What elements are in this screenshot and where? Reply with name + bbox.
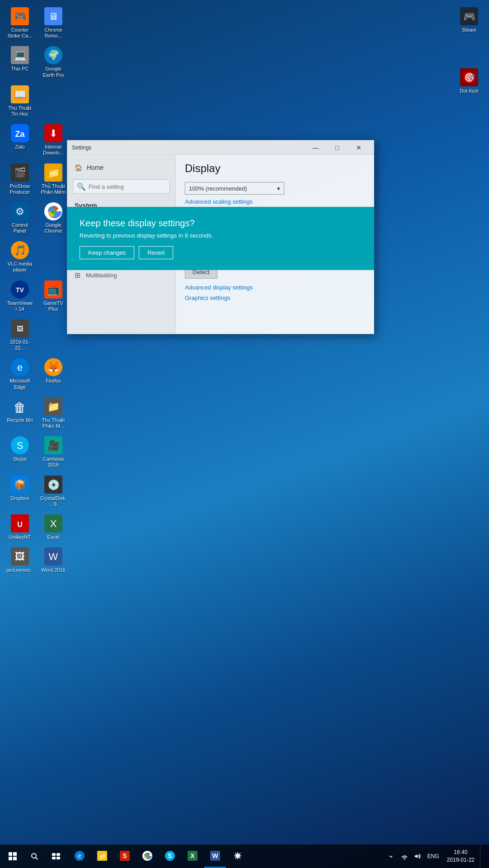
- icon-excel[interactable]: X Excel: [38, 512, 69, 543]
- taskbar-app-excel[interactable]: X: [182, 845, 203, 868]
- icon-control-panel-label: Control Panel: [6, 222, 33, 234]
- icon-gametv[interactable]: 📺 GameTV Plus: [38, 278, 69, 315]
- svg-text:🎵: 🎵: [14, 244, 27, 257]
- multitasking-icon: ⊞: [75, 271, 80, 280]
- icon-recycle-bin-label: Recycle Bin: [7, 417, 33, 423]
- desktop-icons-left: 🎮 Counter Strike Ca... 🖥 Chrome Remo... …: [0, 0, 72, 586]
- scale-dropdown[interactable]: 100% (recommended) ▾: [185, 182, 284, 195]
- svg-text:📁: 📁: [47, 167, 60, 179]
- search-button[interactable]: [24, 845, 45, 868]
- advanced-scaling-link[interactable]: Advanced scaling settings: [185, 198, 365, 205]
- svg-text:U: U: [17, 521, 23, 528]
- icon-thu-thuat-tin-hoc-2[interactable]: 📖 Thu Thuật Tin Hoc: [5, 83, 35, 120]
- svg-line-62: [36, 858, 38, 859]
- taskbar-app-chrome[interactable]: [136, 845, 158, 868]
- svg-rect-59: [9, 857, 12, 860]
- svg-rect-63: [52, 853, 56, 856]
- svg-rect-84: [415, 855, 416, 857]
- icon-excel-label: Excel: [47, 534, 60, 540]
- taskbar-app-edge[interactable]: e: [69, 845, 90, 868]
- taskbar-app-explorer[interactable]: 📁: [91, 845, 113, 868]
- icon-firefox[interactable]: 🦊 Firefox: [38, 355, 69, 392]
- icon-thu-thuat-phan-m[interactable]: 📁 Thu Thuật Phần M...: [38, 395, 69, 432]
- icon-recycle-bin[interactable]: 🗑 Recycle Bin: [5, 395, 35, 432]
- search-icon: 🔍: [77, 182, 86, 191]
- icon-unikey[interactable]: U UnikeyNT: [5, 512, 35, 543]
- svg-text:⬇: ⬇: [49, 128, 57, 139]
- clock-date: 2019-01-22: [447, 856, 475, 864]
- icon-dropbox[interactable]: 📦 Dropbox: [5, 473, 35, 510]
- search-box[interactable]: 🔍: [73, 179, 170, 194]
- icon-gametv-label: GameTV Plus: [40, 300, 67, 312]
- taskbar-app-settings[interactable]: [227, 845, 249, 868]
- show-desktop-button[interactable]: [480, 845, 484, 868]
- icon-chrome-remote[interactable]: 🖥 Chrome Remo...: [38, 5, 69, 42]
- icon-microsoft-edge-label: Microsoft Edge: [6, 378, 33, 390]
- taskbar-app-skype[interactable]: S: [159, 845, 181, 868]
- icon-this-pc[interactable]: 💻 This PC: [5, 43, 35, 80]
- icon-skype[interactable]: S Skype: [5, 434, 35, 471]
- svg-text:S: S: [122, 852, 127, 859]
- tray-chevron[interactable]: [385, 845, 397, 868]
- taskbar-app-word[interactable]: W: [204, 845, 226, 868]
- icon-teamviewer-label: TeamViewer 14: [6, 300, 33, 312]
- icon-crystaldisk-label: CrystalDisk... 6: [40, 495, 67, 507]
- icon-this-pc-label: This PC: [11, 66, 28, 72]
- close-button[interactable]: ✕: [348, 140, 369, 155]
- icon-internet-download[interactable]: ⬇ Internet Downlo...: [38, 121, 69, 159]
- icon-thu-thuat-pm[interactable]: 📁 Thủ Thuật Phần Mềm: [38, 161, 69, 198]
- svg-text:e: e: [78, 852, 81, 859]
- icon-zalo[interactable]: Za Zalo: [5, 121, 35, 159]
- dialog-title: Keep these display settings?: [80, 218, 362, 229]
- icon-picturemess[interactable]: 🖼 picturemes...: [5, 545, 35, 582]
- icon-proshow[interactable]: 🎬 ProShow Producer: [5, 161, 35, 198]
- tray-language-label: ENG: [428, 853, 439, 859]
- icon-vlc[interactable]: 🎵 VLC media player: [5, 238, 35, 275]
- icon-control-panel[interactable]: ⚙ Control Panel: [5, 200, 35, 237]
- svg-point-21: [51, 209, 56, 214]
- icon-google-earth[interactable]: 🌍 Google Earth Pro: [38, 43, 69, 80]
- icon-camtasia[interactable]: 🎥 Camtasia 2018: [38, 434, 69, 471]
- svg-text:📦: 📦: [14, 479, 27, 491]
- tray-language[interactable]: ENG: [425, 845, 442, 868]
- icon-steam[interactable]: 🎮 Steam: [454, 5, 484, 36]
- search-input[interactable]: [89, 183, 166, 190]
- icon-counter-strike[interactable]: 🎮 Counter Strike Ca...: [5, 5, 35, 42]
- settings-title: Settings: [72, 145, 91, 151]
- graphics-settings-link[interactable]: Graphics settings: [185, 294, 230, 301]
- taskbar: e 📁 S S X W: [0, 845, 489, 868]
- icon-picturemess-label: picturemes...: [6, 567, 33, 579]
- icon-dot-kich[interactable]: 🎯 Dot Kich: [454, 65, 484, 97]
- icon-camtasia-label: Camtasia 2018: [40, 456, 67, 468]
- maximize-button[interactable]: □: [327, 140, 348, 155]
- svg-text:e: e: [17, 362, 23, 373]
- icon-microsoft-edge[interactable]: e Microsoft Edge: [5, 355, 35, 392]
- svg-text:🎥: 🎥: [47, 439, 60, 452]
- icon-vlc-label: VLC media player: [6, 261, 33, 273]
- svg-text:📁: 📁: [47, 401, 60, 413]
- icon-word-2016[interactable]: W Word 2016: [38, 545, 69, 582]
- minimize-button[interactable]: —: [305, 140, 326, 155]
- keep-changes-button[interactable]: Keep changes: [80, 246, 134, 259]
- icon-crystaldisk[interactable]: 💿 CrystalDisk... 6: [38, 473, 69, 510]
- desktop: [0, 0, 489, 868]
- icon-google-chrome[interactable]: Google Chrome: [38, 200, 69, 237]
- svg-text:S: S: [17, 440, 24, 451]
- taskbar-right: ENG 16:40 2019-01-22: [385, 845, 487, 868]
- system-clock[interactable]: 16:40 2019-01-22: [443, 845, 478, 868]
- advanced-display-link[interactable]: Advanced display settings: [185, 284, 365, 291]
- tray-volume[interactable]: [412, 845, 424, 868]
- tray-network[interactable]: [398, 845, 411, 868]
- icon-2019[interactable]: 🖼 2019-01-22...: [5, 317, 35, 354]
- svg-rect-57: [9, 852, 12, 856]
- start-button[interactable]: [2, 845, 24, 868]
- revert-button[interactable]: Revert: [139, 246, 173, 259]
- icon-dropbox-label: Dropbox: [10, 495, 29, 501]
- icon-teamviewer[interactable]: TV TeamViewer 14: [5, 278, 35, 315]
- desktop-icons-right: 🎮 Steam 🎯 Dot Kich: [454, 5, 484, 97]
- task-view-button[interactable]: [45, 845, 67, 868]
- settings-titlebar: Settings — □ ✕: [67, 140, 374, 155]
- sidebar-home[interactable]: 🏠 Home: [67, 159, 175, 176]
- icon-proshow-label: ProShow Producer: [6, 183, 33, 195]
- taskbar-app-word-s[interactable]: S: [114, 845, 136, 868]
